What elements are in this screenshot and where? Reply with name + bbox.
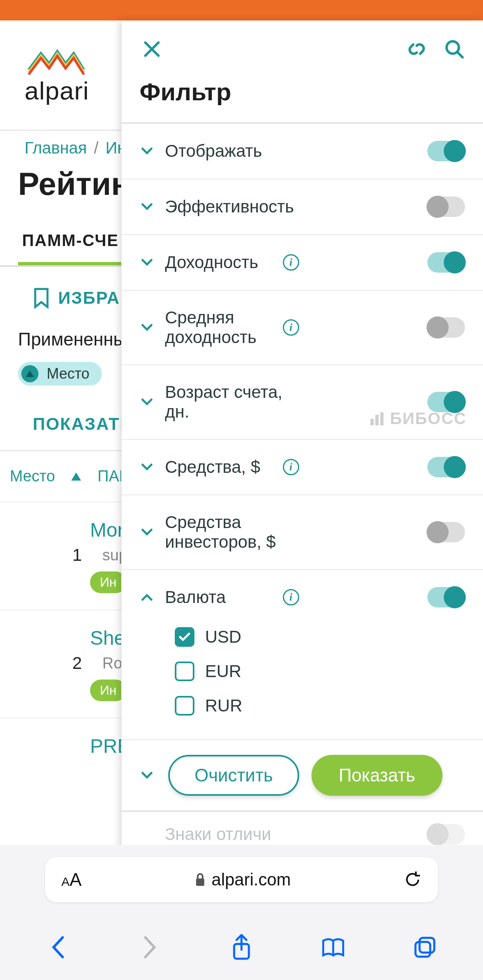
chevron-down-icon — [140, 827, 154, 842]
safari-url-bar: AAAA alpari.com — [0, 845, 483, 915]
checkbox[interactable] — [175, 627, 194, 647]
toggle-switch[interactable] — [427, 317, 465, 338]
lock-icon — [194, 873, 206, 887]
checkbox[interactable] — [175, 696, 194, 716]
info-icon[interactable]: i — [283, 254, 299, 271]
actions-row: стор Очистить Показать — [122, 740, 483, 811]
filter-row[interactable]: Средняя доходность i — [122, 291, 483, 365]
filter-row[interactable]: Средства, $ i — [122, 440, 483, 495]
text-size-button[interactable]: AAAA — [61, 869, 81, 890]
filter-label: Средняя доходность — [165, 308, 272, 347]
chevron-down-icon — [140, 395, 154, 409]
info-icon[interactable]: i — [283, 589, 299, 605]
nav-back-button[interactable] — [46, 935, 70, 960]
chevron-down-icon — [140, 460, 154, 474]
filter-row[interactable]: Средства инвесторов, $ — [122, 495, 483, 570]
toggle-badges[interactable] — [427, 824, 465, 845]
close-icon — [143, 40, 161, 58]
url-text: alpari.com — [212, 870, 291, 890]
bookmarks-button[interactable] — [321, 935, 345, 960]
currency-option[interactable]: EUR — [175, 654, 465, 689]
filter-label: Средства, $ — [165, 457, 272, 477]
link-icon — [406, 38, 427, 60]
url-display[interactable]: alpari.com — [194, 870, 291, 890]
safari-nav-bar — [0, 915, 483, 980]
book-icon — [321, 936, 345, 958]
toggle-currency[interactable] — [427, 587, 465, 607]
clear-button[interactable]: Очистить — [168, 755, 299, 796]
chip-label: Место — [47, 365, 90, 382]
filter-row-partial[interactable]: Знаки отличи — [122, 812, 483, 845]
share-icon — [231, 934, 252, 960]
alpari-logo-icon — [25, 41, 86, 76]
filter-label: Возраст счета, дн. — [165, 382, 286, 422]
search-icon — [444, 38, 465, 60]
url-pill[interactable]: AAAA alpari.com — [45, 857, 438, 902]
drawer-title: Фильтр — [122, 74, 483, 122]
toggle-switch[interactable] — [427, 392, 465, 412]
toggle-switch[interactable] — [427, 252, 465, 273]
svg-rect-4 — [196, 878, 204, 886]
toggle-switch[interactable] — [427, 522, 465, 542]
show-button[interactable]: Показать — [311, 755, 442, 796]
filter-row[interactable]: Эффективность — [122, 179, 483, 235]
chevron-down-icon — [140, 199, 154, 214]
filter-row[interactable]: Отображать — [122, 124, 483, 179]
filter-chip-place[interactable]: Место — [18, 362, 102, 386]
bookmark-icon — [33, 287, 50, 309]
reload-icon — [404, 871, 422, 889]
chevron-up-icon[interactable] — [140, 590, 154, 605]
currency-label: RUR — [205, 696, 242, 716]
currency-option[interactable]: RUR — [175, 689, 465, 723]
chevron-left-icon — [50, 935, 66, 960]
filter-drawer: Фильтр Отображать Эффективность Доходнос… — [121, 20, 483, 888]
breadcrumb-home[interactable]: Главная — [25, 139, 87, 157]
filter-label: Отображать — [165, 141, 286, 161]
filter-currency-label: Валюта — [165, 587, 272, 607]
peek-text: стор — [444, 765, 479, 785]
share-button[interactable] — [229, 935, 254, 960]
reload-button[interactable] — [404, 871, 422, 889]
tabs-button[interactable] — [413, 935, 437, 960]
filter-label: Доходность — [165, 253, 272, 272]
chevron-down-icon — [140, 144, 154, 158]
link-button[interactable] — [406, 38, 427, 60]
nav-forward-button[interactable] — [138, 935, 162, 960]
search-button[interactable] — [444, 38, 465, 60]
svg-rect-6 — [415, 942, 430, 957]
ios-status-bar — [0, 0, 483, 20]
row-rank: 2 — [8, 653, 90, 673]
filter-badges-label: Знаки отличи — [165, 824, 286, 844]
toggle-switch[interactable] — [427, 141, 465, 161]
svg-rect-7 — [420, 938, 434, 953]
chevron-down-icon[interactable] — [140, 768, 154, 783]
triangle-up-icon — [21, 365, 38, 382]
tabs-icon — [413, 935, 437, 959]
filter-row[interactable]: Возраст счета, дн. — [122, 365, 483, 440]
filter-row[interactable]: Доходность i — [122, 235, 483, 291]
th-place[interactable]: Место — [10, 467, 55, 485]
toggle-switch[interactable] — [427, 196, 465, 217]
filter-label: Эффективность — [165, 197, 294, 217]
currency-option[interactable]: USD — [175, 620, 465, 654]
filter-label: Средства инвесторов, $ — [165, 513, 286, 552]
checkbox[interactable] — [175, 662, 194, 681]
sort-up-icon[interactable] — [71, 472, 81, 481]
chevron-down-icon — [140, 255, 154, 270]
tab-pamm-accounts[interactable]: ПАММ-СЧЕ — [18, 219, 123, 265]
chevron-down-icon — [140, 525, 154, 540]
info-icon[interactable]: i — [283, 459, 299, 475]
chevron-down-icon — [140, 320, 154, 335]
toggle-switch[interactable] — [427, 457, 465, 477]
chevron-right-icon — [142, 935, 158, 960]
currency-label: EUR — [205, 662, 242, 681]
row-rank: 1 — [8, 545, 90, 565]
info-icon[interactable]: i — [283, 319, 299, 336]
close-button[interactable] — [140, 37, 164, 61]
currency-label: USD — [205, 627, 242, 647]
